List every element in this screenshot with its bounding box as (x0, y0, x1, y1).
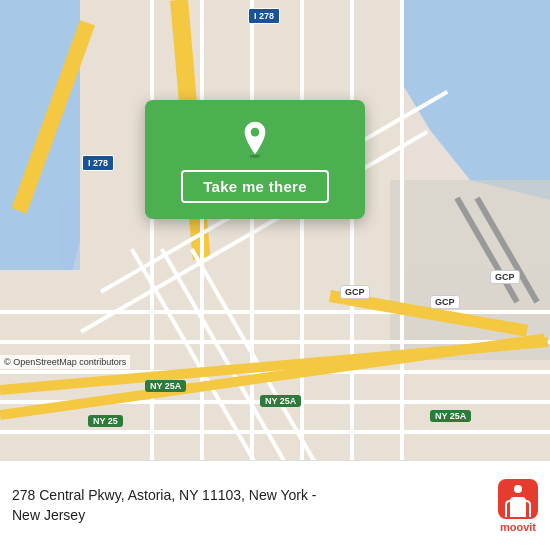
street-v5 (350, 0, 354, 460)
svg-point-3 (514, 485, 522, 493)
ny25a-label-3: NY 25A (430, 410, 471, 422)
ny25a-label-1: NY 25A (145, 380, 186, 392)
moovit-brand-text: moovit (500, 521, 536, 533)
address-line2: New Jersey (12, 506, 486, 526)
moovit-logo: moovit (498, 479, 538, 533)
street-h5 (0, 430, 550, 434)
bottom-bar: 278 Central Pkwy, Astoria, NY 11103, New… (0, 460, 550, 550)
svg-point-0 (250, 155, 260, 158)
take-me-there-button[interactable]: Take me there (181, 170, 329, 203)
osm-attribution: © OpenStreetMap contributors (0, 355, 130, 369)
street-v4 (300, 0, 304, 460)
gcp-label-2: GCP (430, 295, 460, 309)
moovit-icon (498, 479, 538, 519)
i278-label-top: I 278 (248, 8, 280, 24)
street-v6 (400, 0, 404, 460)
address-info: 278 Central Pkwy, Astoria, NY 11103, New… (12, 486, 486, 525)
gcp-label-3: GCP (490, 270, 520, 284)
ny25-label: NY 25 (88, 415, 123, 427)
address-line1: 278 Central Pkwy, Astoria, NY 11103, New… (12, 486, 486, 506)
svg-point-1 (251, 128, 260, 137)
i278-label-left: I 278 (82, 155, 114, 171)
gcp-label-1: GCP (340, 285, 370, 299)
ny25a-label-2: NY 25A (260, 395, 301, 407)
map-pin-icon (236, 120, 274, 158)
map-container: I 278 I 278 NY 25 NY 25A NY 25A NY 25A G… (0, 0, 550, 460)
button-overlay: Take me there (145, 100, 365, 219)
